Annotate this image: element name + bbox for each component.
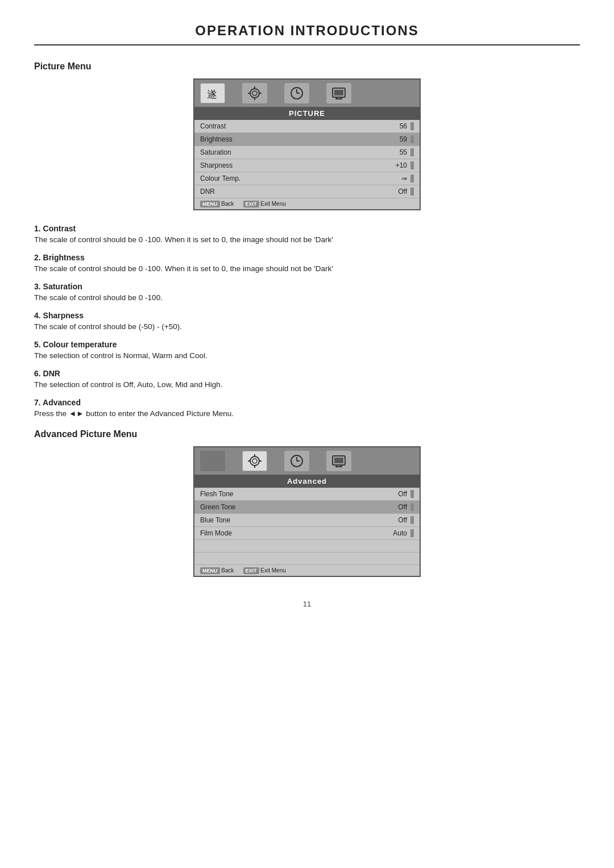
advanced-menu-icon-clock [284,451,309,471]
item-saturation-desc: The scale of control should be 0 -100. [34,293,580,302]
advanced-menu-icons-row [194,447,420,475]
advanced-menu-footer: MENU Back EXIT Exit Menu [194,565,420,576]
advanced-menu-row-blue-tone: Blue Tone Off [194,514,420,527]
picture-menu-icon-tv [326,83,351,103]
advanced-menu-icon-tv [326,451,351,471]
item-colour-temp: 5. Colour temperature The selection of c… [34,340,580,360]
svg-text:遂: 遂 [207,89,217,100]
advanced-menu-icon-blank [200,451,225,471]
page-number: 11 [34,600,580,608]
item-contrast-title: 1. Contrast [34,224,580,233]
advanced-menu-box: Advanced Flesh Tone Off Green Tone Off B… [193,446,421,577]
svg-rect-11 [334,90,343,95]
item-saturation-title: 3. Saturation [34,282,580,291]
item-saturation: 3. Saturation The scale of control shoul… [34,282,580,302]
svg-point-1 [250,89,259,98]
svg-point-15 [250,456,259,466]
item-advanced: 7. Advanced Press the ◄► button to enter… [34,398,580,418]
advanced-menu-row-flesh-tone: Flesh Tone Off [194,488,420,501]
svg-point-2 [252,91,257,95]
svg-rect-25 [334,458,343,463]
item-brightness-desc: The scale of control should be 0 -100. W… [34,264,580,273]
item-contrast: 1. Contrast The scale of control should … [34,224,580,244]
page-title: OPERATION INTRODUCTIONS [34,23,580,45]
advanced-menu-row-film-mode: Film Mode Auto [194,527,420,540]
advanced-menu-icon-picture [242,451,267,471]
item-dnr-desc: The selection of control is Off, Auto, L… [34,380,580,389]
advanced-menu-row-green-tone: Green Tone Off [194,501,420,514]
item-colour-temp-desc: The selection of control is Normal, Warm… [34,351,580,360]
item-dnr: 6. DNR The selection of control is Off, … [34,369,580,389]
picture-menu-icon-clock [284,83,309,103]
picture-menu-footer: MENU Back EXIT Exit Menu [194,198,420,209]
item-sharpness: 4. Sharpness The scale of control should… [34,311,580,331]
svg-point-16 [252,459,257,463]
picture-menu-row-sharpness: Sharpness +10 [194,159,420,172]
picture-menu-box: 遂 [193,78,421,210]
picture-menu-items: 1. Contrast The scale of control should … [34,224,580,418]
item-sharpness-title: 4. Sharpness [34,311,580,320]
picture-menu-rows: Contrast 56 Brightness 59 Saturation 55 … [194,120,420,198]
picture-menu-icon-settings: 遂 [200,83,225,103]
picture-menu-section-title: Picture Menu [34,61,580,72]
item-contrast-desc: The scale of control should be 0 -100. W… [34,235,580,244]
advanced-menu-row-empty2 [194,553,420,565]
picture-menu-icon-picture [242,83,267,103]
picture-menu-row-contrast: Contrast 56 [194,120,420,133]
item-brightness: 2. Brightness The scale of control shoul… [34,253,580,273]
item-advanced-desc: Press the ◄► button to enter the Advance… [34,409,580,418]
advanced-picture-menu-section-title: Advanced Picture Menu [34,429,580,439]
advanced-menu-header: Advanced [194,475,420,488]
picture-menu-row-brightness: Brightness 59 [194,133,420,146]
item-brightness-title: 2. Brightness [34,253,580,262]
item-advanced-title: 7. Advanced [34,398,580,407]
item-colour-temp-title: 5. Colour temperature [34,340,580,349]
picture-menu-icons-row: 遂 [194,80,420,107]
picture-menu-header: PICTURE [194,107,420,120]
picture-menu-row-saturation: Saturation 55 [194,146,420,159]
item-dnr-title: 6. DNR [34,369,580,378]
advanced-menu-rows: Flesh Tone Off Green Tone Off Blue Tone … [194,488,420,565]
advanced-menu-row-empty1 [194,540,420,553]
picture-menu-row-colour-temp: Colour Temp. ⇒ [194,172,420,185]
item-sharpness-desc: The scale of control should be (-50) - (… [34,322,580,331]
picture-menu-row-dnr: DNR Off [194,185,420,198]
